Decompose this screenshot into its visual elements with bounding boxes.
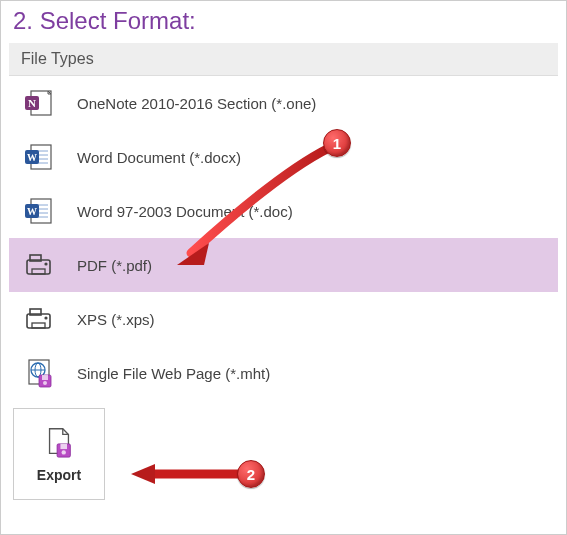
xps-icon (23, 303, 55, 335)
file-type-onenote[interactable]: N OneNote 2010-2016 Section (*.one) (9, 76, 558, 130)
file-type-label: PDF (*.pdf) (77, 257, 152, 274)
file-type-label: Single File Web Page (*.mht) (77, 365, 270, 382)
mht-icon (23, 357, 55, 389)
svg-marker-36 (131, 464, 155, 484)
word-doc-icon: W (23, 195, 55, 227)
annotation-badge-2: 2 (237, 460, 265, 488)
svg-rect-33 (60, 444, 67, 449)
export-button-label: Export (37, 467, 81, 483)
section-title: 2. Select Format: (13, 7, 554, 35)
file-type-xps[interactable]: XPS (*.xps) (9, 292, 558, 346)
file-types-list: N OneNote 2010-2016 Section (*.one) W Wo… (9, 76, 558, 400)
svg-rect-17 (27, 260, 50, 274)
file-type-label: OneNote 2010-2016 Section (*.one) (77, 95, 316, 112)
file-type-label: Word 97-2003 Document (*.doc) (77, 203, 293, 220)
svg-point-24 (44, 316, 47, 319)
file-types-header: File Types (9, 43, 558, 76)
svg-text:W: W (27, 206, 37, 217)
svg-text:N: N (28, 97, 36, 109)
export-icon (42, 425, 76, 459)
file-type-word-docx[interactable]: W Word Document (*.docx) (9, 130, 558, 184)
word-docx-icon: W (23, 141, 55, 173)
svg-text:W: W (27, 152, 37, 163)
annotation-arrow-2 (119, 459, 249, 492)
svg-rect-30 (42, 375, 48, 380)
svg-point-31 (43, 381, 47, 385)
file-type-label: XPS (*.xps) (77, 311, 155, 328)
file-type-pdf[interactable]: PDF (*.pdf) (9, 238, 558, 292)
svg-point-20 (44, 262, 47, 265)
onenote-icon: N (23, 87, 55, 119)
file-type-label: Word Document (*.docx) (77, 149, 241, 166)
file-type-word-doc[interactable]: W Word 97-2003 Document (*.doc) (9, 184, 558, 238)
svg-rect-21 (27, 314, 50, 328)
file-type-mht[interactable]: Single File Web Page (*.mht) (9, 346, 558, 400)
svg-point-34 (62, 450, 66, 454)
export-button[interactable]: Export (13, 408, 105, 500)
pdf-icon (23, 249, 55, 281)
